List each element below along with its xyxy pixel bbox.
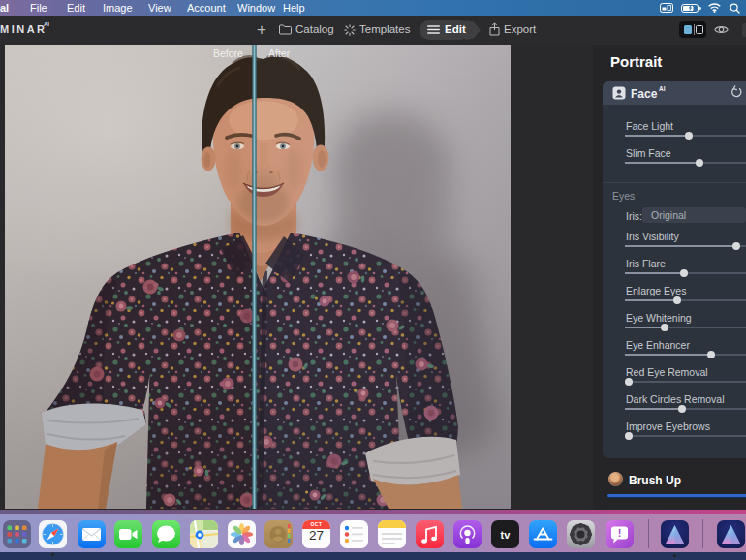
svg-text:!: ! — [618, 527, 622, 539]
svg-text:Before: Before — [213, 47, 243, 59]
svg-text:After: After — [268, 47, 291, 59]
